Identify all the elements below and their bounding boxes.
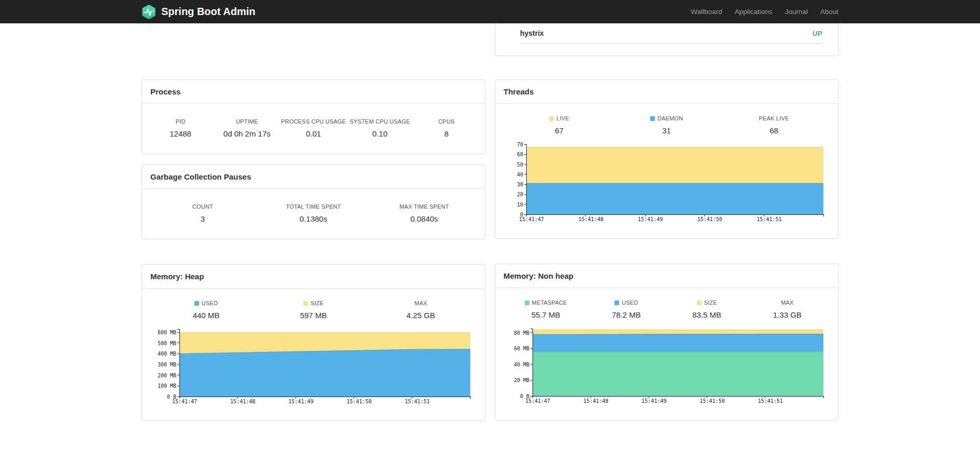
process-stats: PID12488UPTIME0d 0h 2m 17sPROCESS CPU US… [142,104,485,154]
nav-link-journal[interactable]: Journal [778,8,814,16]
x-tick-label: 15:41:47 [172,399,197,404]
panel-application-status: hystrix UP [495,23,838,56]
left-column: Process PID12488UPTIME0d 0h 2m 17sPROCES… [142,23,485,421]
nav-link-wallboard[interactable]: Wallboard [684,8,728,16]
stat-label: MAX TIME SPENT [369,203,480,210]
legend-value: 440 MB [152,311,260,320]
panel-garbage-collection: Garbage Collection Pauses COUNT3TOTAL TI… [142,165,485,239]
stat-value: 8 [413,129,480,138]
threads-panel-title: Threads [495,80,838,104]
y-tick-label: 80 MB [514,330,529,336]
legend-swatch-icon [303,301,308,306]
nav-links: WallboardApplicationsJournalAbout [684,8,838,16]
stat-value: 12488 [147,129,214,138]
y-tick-label: 600 MB [158,330,176,335]
x-tick-label: 15:41:49 [288,399,313,404]
x-tick-label: 15:41:47 [519,216,544,222]
y-tick-label: 20 MB [514,377,529,383]
legend-metaspace: METASPACE55.7 MB [506,299,586,319]
y-tick-label: 100 MB [158,383,176,389]
stat-system-cpu-usage: SYSTEM CPU USAGE0.10 [347,118,413,138]
dashboard: Process PID12488UPTIME0d 0h 2m 17sPROCES… [142,23,838,457]
application-name[interactable]: hystrix [520,29,544,37]
legend-value: 597 MB [260,311,367,320]
legend-live: LIVE67 [506,115,613,135]
legend-used: USED440 MB [152,300,260,320]
legend-value: 78.2 MB [586,310,666,319]
threads-chart-x-axis: 15:41:4715:41:4815:41:4915:41:5015:41:51 [526,214,823,223]
stat-label: CPUS [413,118,480,125]
threads-chart: 010203040506070 15:41:4715:41:4815:41:49… [495,137,838,238]
legend-label: LIVE [506,115,613,121]
area-chart-svg [179,329,470,397]
legend-swatch-icon [697,301,702,305]
legend-value: 55.7 MB [506,310,586,319]
stat-label: PID [147,118,214,125]
y-tick-label: 40 MB [514,362,529,367]
nonheap-panel-title: Memory: Non heap [495,264,838,288]
heap-chart: 0 B100 MB200 MB300 MB400 MB500 MB600 MB … [142,322,485,420]
area-chart-svg [526,144,823,214]
panel-memory-heap: Memory: Heap USED440 MBSIZE597 MBMAX4.25… [142,264,485,421]
legend-value: 31 [613,126,720,135]
legend-label: USED [152,300,260,306]
legend-swatch-icon [525,301,529,305]
y-tick-label: 300 MB [158,362,176,367]
y-tick-label: 60 [517,152,523,157]
legend-label: PEAK LIVE [720,115,828,121]
legend-daemon: DAEMON31 [613,115,720,135]
legend-value: 68 [720,126,828,135]
navbar: Spring Boot Admin WallboardApplicationsJ… [0,0,980,23]
panel-threads: Threads LIVE67DAEMON31PEAK LIVE68 010203… [495,79,838,239]
threads-chart-y-axis: 010203040506070 [506,144,526,223]
y-tick-label: 10 [517,202,523,208]
stat-value: 3 [147,214,258,223]
stat-label: TOTAL TIME SPENT [258,203,369,210]
brand-title: Spring Boot Admin [161,6,255,18]
legend-size: SIZE83.5 MB [667,299,747,319]
nav-link-about[interactable]: About [814,8,838,16]
nav-link-applications[interactable]: Applications [729,8,779,16]
nonheap-chart-x-axis: 15:41:4715:41:4815:41:4915:41:5015:41:51 [533,396,823,404]
status-badge: UP [813,30,822,37]
stat-label: UPTIME [214,118,280,125]
legend-max: MAX4.25 GB [367,300,474,320]
legend-used: USED78.2 MB [586,299,666,319]
legend-value: 83.5 MB [667,310,747,319]
legend-value: 4.25 GB [367,311,474,320]
legend-label: USED [586,299,666,306]
nonheap-chart: 0 B20 MB40 MB60 MB80 MB 15:41:4715:41:48… [495,321,838,420]
y-tick-label: 200 MB [158,373,176,378]
x-tick-label: 15:41:50 [697,216,722,222]
heap-panel-title: Memory: Heap [142,265,485,289]
y-tick-label: 50 [517,162,523,168]
legend-max: MAX1.33 GB [747,299,828,319]
legend-swatch-icon [614,301,619,305]
brand[interactable]: Spring Boot Admin [142,5,255,19]
y-tick-label: 60 MB [514,346,529,351]
application-row[interactable]: hystrix UP [520,23,822,44]
heap-chart-x-axis: 15:41:4715:41:4815:41:4915:41:5015:41:51 [179,397,470,405]
stat-value: 0.1380s [258,214,369,223]
x-tick-label: 15:41:51 [405,399,430,404]
stat-max-time-spent: MAX TIME SPENT0.0840s [369,203,480,223]
y-tick-label: 400 MB [158,351,176,357]
legend-label: DAEMON [613,115,720,121]
stat-cpus: CPUS8 [413,118,480,138]
x-tick-label: 15:41:51 [758,398,783,404]
nonheap-chart-plot [533,329,823,396]
legend-label: SIZE [260,300,367,306]
panel-memory-non-heap: Memory: Non heap METASPACE55.7 MBUSED78.… [495,264,838,420]
stat-count: COUNT3 [147,203,258,223]
stat-uptime: UPTIME0d 0h 2m 17s [214,118,280,138]
x-tick-label: 15:41:51 [757,216,781,222]
stat-value: 0.01 [280,129,346,138]
gc-panel-title: Garbage Collection Pauses [142,165,485,189]
legend-label: MAX [367,300,474,306]
right-column: hystrix UP Threads LIVE67DAEMON31PEAK LI… [495,23,838,420]
stat-value: 0d 0h 2m 17s [214,129,280,138]
y-tick-label: 70 [517,142,523,147]
threads-chart-plot [526,144,823,214]
y-tick-label: 20 [517,192,523,197]
x-tick-label: 15:41:48 [230,399,255,404]
